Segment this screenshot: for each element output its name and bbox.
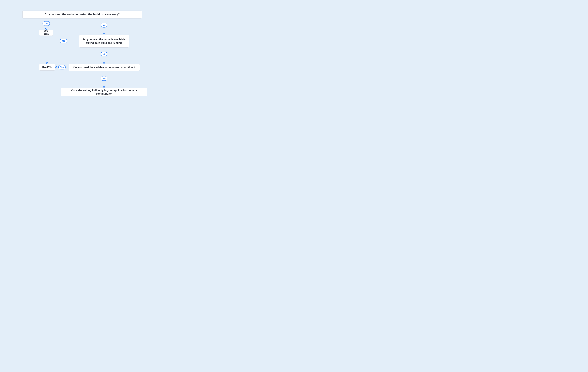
- edge-label-no: No: [101, 52, 107, 56]
- answer-set-in-code: Consider setting it directly in your app…: [61, 88, 147, 96]
- edge-label-no: No: [101, 23, 107, 28]
- question-build-and-runtime: Do you need the variable available durin…: [79, 35, 129, 48]
- answer-use-env: Use ENV: [39, 64, 55, 71]
- question-runtime-passed: Do you need the variable to be passed at…: [69, 64, 140, 71]
- edge-label-yes: Yes: [60, 39, 67, 43]
- answer-use-arg: Use ARG: [39, 30, 53, 36]
- edge-label-yes: Yes: [58, 65, 65, 69]
- edge-label-yes: Yes: [42, 21, 50, 26]
- question-build-only: Do you need the variable during the buil…: [22, 11, 142, 19]
- edge-label-no: No: [101, 76, 107, 81]
